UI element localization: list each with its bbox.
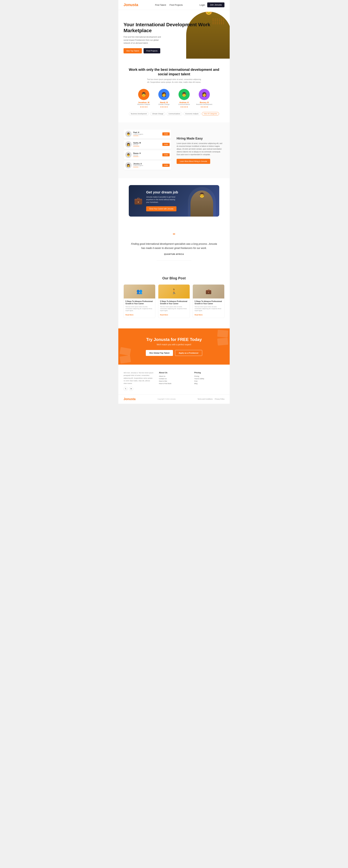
hiring-item-1: 👩 Sasha. M Remote ★★★★★ Invite bbox=[123, 140, 171, 149]
footer-col-title-1: Pricing bbox=[194, 372, 225, 374]
footer-logo[interactable]: Jonusta bbox=[123, 397, 136, 401]
invite-button-3[interactable]: Invite bbox=[162, 164, 170, 167]
hiring-info-3: Jessica. A United Kingdom ★★★★☆ bbox=[133, 163, 161, 168]
talent-name-1: Nandi. B bbox=[155, 101, 173, 103]
social-linkedin[interactable]: in bbox=[129, 387, 133, 391]
talent-avatar-1: 👩 bbox=[158, 89, 170, 100]
hero-section: Your International Development Work Mark… bbox=[118, 10, 230, 59]
hiring-item-2: 👨 Ravan. H Remote ★★★★☆ Invite bbox=[123, 150, 171, 159]
dream-wrapper: 💼 Get your dream job Jonusta makes it po… bbox=[118, 178, 230, 223]
logo[interactable]: Jonusta bbox=[123, 3, 138, 7]
hiring-name-1: Sasha. M bbox=[133, 142, 161, 144]
cta-buttons: Hire Global Top Talent Apply as a Freela… bbox=[123, 350, 225, 356]
footer-col-title-0: About Us bbox=[159, 372, 189, 374]
hiring-avatar-3: 👩 bbox=[125, 162, 132, 168]
talent-stars-1: ★★★★★ bbox=[155, 106, 173, 108]
footer-terms[interactable]: Terms and Conditions bbox=[198, 398, 213, 400]
talent-stars-0: ★★★★★ bbox=[135, 106, 152, 108]
cta-cards-right bbox=[218, 330, 228, 345]
footer-copyright: Copyright © 2024 Jonusta bbox=[157, 398, 176, 400]
hero-description: Find and hire international development … bbox=[123, 35, 164, 45]
talent-avatar-3: 👩 bbox=[199, 89, 210, 100]
dream-cta-button[interactable]: Grow Your Career with Jonusta bbox=[146, 206, 176, 211]
read-more-1[interactable]: Read More bbox=[160, 314, 168, 316]
hiring-info-2: Ravan. H Remote ★★★★☆ bbox=[133, 152, 161, 157]
cta-hire-button[interactable]: Hire Global Top Talent bbox=[146, 350, 173, 356]
nav-find-projects[interactable]: Find Projects bbox=[170, 4, 183, 6]
talent-role-1: Climate Change bbox=[155, 103, 173, 105]
blog-desc-1: Test box lorem ipsum dolor sit amet, con… bbox=[160, 306, 188, 312]
cat-economic[interactable]: Economic Analysis bbox=[183, 112, 200, 116]
blog-title-0: 5 Steps To Advance Professional Growth i… bbox=[125, 300, 153, 305]
hero-buttons: Hire Top Talent Find Projects bbox=[123, 48, 225, 53]
cat-comms[interactable]: Communications bbox=[167, 112, 182, 116]
hiring-stars-3: ★★★★☆ bbox=[133, 166, 161, 168]
nav-find-talent[interactable]: Find Talent bbox=[155, 4, 166, 6]
social-twitter[interactable]: 𝕏 bbox=[123, 387, 128, 391]
find-projects-button[interactable]: Find Projects bbox=[144, 48, 160, 53]
cta-section: Try Jonusta for FREE Today We'll match y… bbox=[118, 329, 230, 365]
talent-card-1: 👩 Nandi. B Climate Change ★★★★★ bbox=[155, 89, 173, 108]
blog-section: Our Blog Post 👥 5 Steps To Advance Profe… bbox=[118, 275, 230, 325]
hiring-location-2: Remote bbox=[133, 154, 161, 156]
talent-card-0: 👨 Jonathan. M Business Analysis ★★★★★ bbox=[135, 89, 152, 108]
talent-stars-2: ★★★★★ bbox=[175, 106, 193, 108]
talent-section: Work with only the best international de… bbox=[118, 59, 230, 122]
talent-grid: 👨 Jonathan. M Business Analysis ★★★★★ 👩 … bbox=[123, 89, 225, 108]
testimonial-section: " Finding good international development… bbox=[118, 223, 230, 275]
invite-button-1[interactable]: Invite bbox=[162, 143, 170, 146]
talent-card-3: 👩 Burney. B Business Development ★★★★★ bbox=[196, 89, 213, 108]
footer-link-faq[interactable]: FAQ bbox=[194, 380, 225, 382]
talent-avatar-2: 👨 bbox=[178, 89, 190, 100]
hire-top-talent-button[interactable]: Hire Top Talent bbox=[123, 48, 142, 53]
hiring-title: Hiring Made Easy bbox=[177, 137, 225, 141]
cta-card-mini-1 bbox=[217, 330, 228, 338]
cat-climate[interactable]: Climate Change bbox=[150, 112, 165, 116]
cta-subtitle: We'll match you with a perfect expert! bbox=[123, 343, 225, 346]
blog-body-1: 5 Steps To Advance Professional Growth i… bbox=[158, 299, 190, 318]
dream-description: Jonusta makes it possible to get hired a… bbox=[146, 196, 177, 204]
footer-link-about[interactable]: About Us bbox=[159, 375, 189, 377]
cat-view-all[interactable]: View All Categories bbox=[202, 112, 219, 116]
learn-more-hiring-button[interactable]: Learn More About Hiring in Jonusta bbox=[177, 159, 210, 164]
hiring-stars-1: ★★★★★ bbox=[133, 146, 161, 147]
footer-about-links-col: About Us About Us Contact Us How to Hire… bbox=[159, 372, 189, 391]
footer-link-blog[interactable]: Blog bbox=[194, 383, 225, 384]
blog-image-2: 💼 bbox=[193, 285, 224, 299]
footer-pricing-col: Pricing Pricing Trust & Safety FAQ Blog bbox=[194, 372, 225, 391]
blog-card-2: 💼 5 Steps To Advance Professional Growth… bbox=[193, 284, 225, 318]
blog-desc-2: Test box lorem ipsum dolor sit amet, con… bbox=[195, 306, 223, 312]
talent-name-3: Burney. B bbox=[196, 101, 213, 103]
blog-image-1: 🚶 bbox=[158, 285, 190, 299]
footer-link-contact[interactable]: Contact Us bbox=[159, 378, 189, 379]
hiring-stars-2: ★★★★☆ bbox=[133, 156, 161, 157]
invite-button-0[interactable]: Invite bbox=[162, 132, 170, 135]
invite-button-2[interactable]: Invite bbox=[162, 153, 170, 156]
hiring-name-2: Ravan. H bbox=[133, 152, 161, 154]
footer-privacy[interactable]: Privacy Policy bbox=[215, 398, 225, 400]
read-more-2[interactable]: Read More bbox=[195, 314, 203, 316]
footer-link-trust[interactable]: Trust & Safety bbox=[194, 378, 225, 379]
blog-body-0: 5 Steps To Advance Professional Growth i… bbox=[124, 299, 155, 318]
talent-role-2: Communications bbox=[175, 103, 193, 105]
cta-card-mini-3 bbox=[119, 347, 131, 356]
join-button[interactable]: Join Jonusta bbox=[207, 2, 225, 7]
hiring-name-3: Jessica. A bbox=[133, 163, 161, 165]
hiring-location-0: United Kingdom bbox=[133, 133, 161, 135]
footer-link-how-hire[interactable]: How to Hire bbox=[159, 380, 189, 382]
footer-link-pricing[interactable]: Pricing bbox=[194, 375, 225, 377]
dream-icon: 💼 bbox=[134, 197, 143, 205]
cta-apply-button[interactable]: Apply as a Freelancer bbox=[175, 350, 202, 356]
talent-name-2: Andrew. K bbox=[175, 101, 193, 103]
cat-business[interactable]: Business Development bbox=[129, 112, 149, 116]
blog-title-1: 5 Steps To Advance Professional Growth i… bbox=[160, 300, 188, 305]
read-more-0[interactable]: Read More bbox=[125, 314, 134, 316]
login-button[interactable]: Login bbox=[200, 4, 205, 6]
footer-link-how-find[interactable]: How to Find Work bbox=[159, 383, 189, 384]
blog-card-0: 👥 5 Steps To Advance Professional Growth… bbox=[123, 284, 155, 318]
hiring-avatar-2: 👨 bbox=[125, 152, 132, 158]
talent-avatar-0: 👨 bbox=[138, 89, 149, 100]
hiring-avatar-0: 👨 bbox=[125, 131, 132, 137]
hiring-item-0: 👨 Paul. H United Kingdom ★★★★☆ Invite bbox=[123, 129, 171, 138]
talent-heading: Work with only the best international de… bbox=[123, 67, 225, 76]
